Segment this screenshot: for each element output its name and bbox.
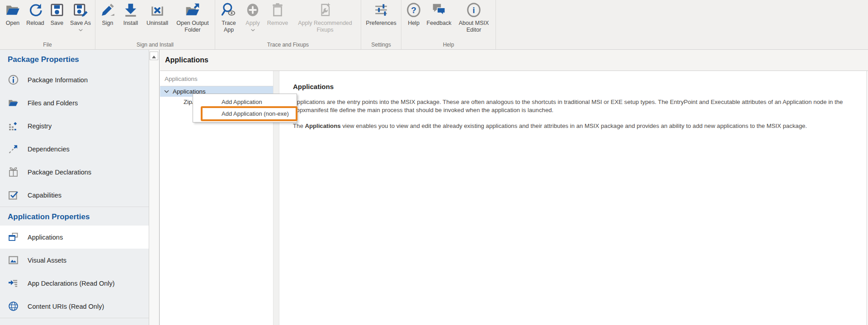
ribbon-buttons-row: Trace AppApplyRemoveApply Recommended Fi… — [217, 0, 359, 42]
about-msix-editor-label: About MSIX Editor — [453, 20, 494, 33]
sign-icon — [100, 2, 115, 18]
ribbon-group-sign-and-install: SignInstallUninstallOpen Output FolderSi… — [95, 0, 215, 49]
sidebar-item-applications[interactable]: Applications — [0, 226, 149, 249]
sidebar-item-label: Package Declarations — [28, 169, 91, 176]
scroll-up-button[interactable] — [150, 52, 158, 60]
menu-item-add-application[interactable]: Add Application — [193, 96, 297, 108]
save-label: Save — [51, 20, 64, 27]
apply-fixups-icon — [317, 2, 333, 18]
ribbon-buttons-row: Preferences — [363, 0, 400, 42]
open-output-folder-button[interactable]: Open Output Folder — [172, 0, 213, 33]
help-icon: ? — [406, 2, 421, 18]
content-pane: Applications Applications are the entry … — [279, 71, 867, 325]
page-header: Applications — [160, 50, 868, 71]
reload-button[interactable]: Reload — [24, 0, 47, 27]
open-label: Open — [6, 20, 20, 27]
uninstall-label: Uninstall — [146, 20, 168, 27]
sidebar-item-capabilities[interactable]: Capabilities — [0, 184, 149, 207]
sidebar-item-label: Applications — [28, 234, 63, 241]
sidebar-nav: Package PropertiesPackage InformationFil… — [0, 50, 149, 325]
ribbon-toolbar: OpenReloadSaveSave AsFileSignInstallUnin… — [0, 0, 868, 50]
main-area: Applications Applications Applications Z… — [160, 50, 868, 325]
sidebar-item-files-and-folders[interactable]: Files and Folders — [0, 91, 149, 114]
sidebar-item-package-information[interactable]: Package Information — [0, 68, 149, 91]
apply-button[interactable]: Apply — [241, 0, 264, 31]
apply-recommended-fixups-label: Apply Recommended Fixups — [291, 20, 359, 33]
ribbon-group-label: File — [1, 42, 94, 48]
ribbon-group-label: Settings — [363, 42, 400, 48]
ribbon-buttons-row: SignInstallUninstallOpen Output Folder — [97, 0, 213, 42]
trace-app-label: Trace App — [217, 20, 241, 33]
gift-icon — [8, 166, 19, 178]
save-as-button[interactable]: Save As — [67, 0, 94, 31]
sidebar-item-content-uris-read-only[interactable]: Content URIs (Read Only) — [0, 295, 149, 318]
context-menu: Add Application Add Application (non-exe… — [193, 94, 297, 122]
ribbon-group-help: ?HelpFeedbackiAbout MSIX EditorHelp — [401, 0, 496, 49]
content-title: Applications — [293, 83, 860, 90]
sign-button[interactable]: Sign — [97, 0, 118, 27]
ribbon-buttons-row: ?HelpFeedbackiAbout MSIX Editor — [403, 0, 494, 42]
help-button[interactable]: ?Help — [403, 0, 425, 27]
feedback-label: Feedback — [427, 20, 452, 27]
save-as-icon — [73, 2, 88, 18]
about-msix-editor-button[interactable]: iAbout MSIX Editor — [453, 0, 494, 33]
about-icon: i — [466, 2, 481, 18]
sidebar-heading-package-properties: Package Properties — [0, 50, 149, 68]
divider — [0, 318, 149, 318]
checkbox-icon — [8, 189, 19, 201]
help-label: Help — [408, 20, 420, 27]
uninstall-icon — [150, 2, 165, 18]
ribbon-group-label: Sign and Install — [97, 42, 213, 48]
preferences-button[interactable]: Preferences — [363, 0, 400, 27]
chevron-down-icon[interactable] — [164, 90, 169, 93]
remove-button[interactable]: Remove — [264, 0, 291, 27]
apply-recommended-fixups-button[interactable]: Apply Recommended Fixups — [291, 0, 359, 33]
p2-bold: Applications — [305, 122, 340, 129]
apply-icon — [245, 2, 260, 18]
preferences-icon — [373, 2, 389, 18]
uninstall-button[interactable]: Uninstall — [143, 0, 172, 27]
sidebar-item-registry[interactable]: Registry — [0, 114, 149, 137]
reload-icon — [28, 2, 43, 18]
trace-app-button[interactable]: Trace App — [217, 0, 241, 33]
ribbon-group-settings: PreferencesSettings — [361, 0, 401, 49]
sidebar-item-dependencies[interactable]: Dependencies — [0, 137, 149, 160]
p2-prefix: The — [293, 122, 305, 129]
save-as-label: Save As — [70, 20, 91, 27]
save-button[interactable]: Save — [47, 0, 67, 27]
globe-icon — [8, 301, 19, 312]
sidebar-item-label: Registry — [28, 122, 52, 130]
svg-text:i: i — [472, 5, 475, 15]
sidebar-scrollbar[interactable] — [149, 50, 160, 325]
dependencies-icon — [8, 143, 19, 155]
reload-label: Reload — [26, 20, 44, 27]
tree-panel-label: Applications — [160, 71, 273, 86]
open-output-folder-label: Open Output Folder — [172, 20, 213, 33]
menu-item-add-application-non-exe[interactable]: Add Application (non-exe) — [193, 108, 297, 120]
install-icon — [123, 2, 138, 18]
svg-text:?: ? — [411, 5, 416, 15]
chevron-down-icon — [79, 28, 83, 31]
sidebar-item-package-declarations[interactable]: Package Declarations — [0, 160, 149, 184]
install-button[interactable]: Install — [118, 0, 143, 27]
p2-suffix: view enables you to view and edit the al… — [341, 122, 807, 129]
open-button[interactable]: Open — [1, 0, 24, 27]
feedback-button[interactable]: Feedback — [425, 0, 453, 27]
info-circle-icon — [8, 74, 19, 85]
ribbon-group-file: OpenReloadSaveSave AsFile — [0, 0, 95, 49]
sidebar-item-label: Dependencies — [28, 146, 70, 153]
sidebar-item-label: Files and Folders — [28, 99, 78, 107]
trace-app-icon — [221, 2, 236, 18]
sidebar-item-label: Visual Assets — [28, 257, 66, 264]
preferences-label: Preferences — [366, 20, 396, 27]
ribbon-group-label: Trace and Fixups — [217, 42, 359, 48]
ribbon-group-trace-and-fixups: Trace AppApplyRemoveApply Recommended Fi… — [215, 0, 361, 49]
sidebar-item-visual-assets[interactable]: Visual Assets — [0, 249, 149, 272]
install-label: Install — [123, 20, 138, 27]
chevron-down-icon — [251, 28, 255, 31]
apply-label: Apply — [245, 20, 259, 27]
sidebar-item-app-declarations-read-only[interactable]: App Declarations (Read Only) — [0, 272, 149, 295]
feedback-icon — [431, 2, 447, 18]
open-output-folder-icon — [185, 2, 200, 18]
content-paragraph-2: The Applications view enables you to vie… — [293, 122, 860, 130]
